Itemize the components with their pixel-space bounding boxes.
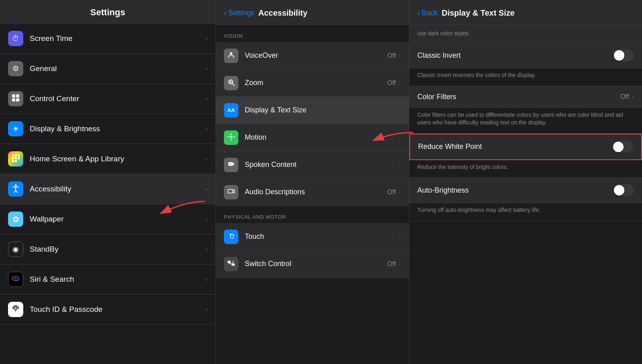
accessibility-icon xyxy=(8,181,23,197)
svg-rect-9 xyxy=(18,157,20,159)
sidebar-item-general[interactable]: ⚙ General › xyxy=(0,54,215,84)
switch-control-chevron: › xyxy=(399,261,401,267)
color-filters-right: Off › xyxy=(620,93,634,100)
svg-point-14 xyxy=(15,278,16,279)
display-text-size-icon: AA xyxy=(224,103,238,118)
sidebar-item-standby[interactable]: ◉ StandBy › xyxy=(0,234,215,264)
accessibility-item-switch-control[interactable]: Switch Control Off › xyxy=(216,250,409,278)
motion-label: Motion xyxy=(245,133,399,142)
sidebar-item-control-center[interactable]: Control Center › xyxy=(0,84,215,114)
zoom-label: Zoom xyxy=(245,79,387,87)
svg-rect-26 xyxy=(228,189,233,193)
spoken-content-chevron: › xyxy=(399,162,401,168)
touch-id-chevron: › xyxy=(205,306,207,313)
svg-rect-8 xyxy=(15,157,17,159)
back-button-label: Back xyxy=(422,9,438,17)
svg-rect-11 xyxy=(15,160,17,162)
zoom-value: Off xyxy=(387,79,396,87)
color-filters-label: Color Filters xyxy=(417,93,456,101)
back-button[interactable]: ‹ Back xyxy=(417,8,438,18)
svg-rect-7 xyxy=(12,157,14,159)
accessibility-item-display-text-size[interactable]: AA Display & Text Size › xyxy=(216,97,409,124)
switch-control-label: Switch Control xyxy=(245,260,387,268)
wallpaper-label: Wallpaper xyxy=(30,215,205,224)
display-text-size-header: ‹ Back Display & Text Size xyxy=(409,0,642,25)
accessibility-item-spoken-content[interactable]: Spoken Content › xyxy=(216,151,409,179)
accessibility-item-voiceover[interactable]: VoiceOver Off › xyxy=(216,42,409,69)
sidebar-item-siri-search[interactable]: Siri & Search › xyxy=(0,264,215,295)
auto-brightness-row: Auto-Brightness xyxy=(417,184,634,196)
sidebar-item-wallpaper[interactable]: ✿ Wallpaper › xyxy=(0,204,215,234)
sidebar-item-accessibility[interactable]: Accessibility › xyxy=(0,174,215,204)
auto-brightness-label: Auto-Brightness xyxy=(417,186,469,195)
auto-brightness-item: Auto-Brightness xyxy=(409,178,642,203)
color-filters-chevron: › xyxy=(632,94,634,100)
classic-invert-desc: Classic Invert reverses the colors of th… xyxy=(417,72,536,78)
back-label: Settings xyxy=(228,9,254,17)
color-filters-desc-item: Color filters can be used to differentia… xyxy=(409,108,642,134)
reduce-white-point-item: Reduce White Point xyxy=(409,134,642,160)
spoken-content-label: Spoken Content xyxy=(245,161,399,169)
accessibility-item-audio-descriptions[interactable]: Audio Descriptions Off › xyxy=(216,179,409,206)
control-center-icon xyxy=(8,91,23,106)
sidebar-item-screen-time[interactable]: ⏱ Screen Time › xyxy=(0,24,215,54)
color-filters-value: Off xyxy=(620,93,629,100)
classic-invert-toggle[interactable] xyxy=(613,49,634,61)
audio-descriptions-chevron: › xyxy=(399,189,401,195)
settings-back-link[interactable]: ‹ Settings xyxy=(224,8,254,18)
svg-line-18 xyxy=(232,83,234,85)
accessibility-item-zoom[interactable]: Zoom Off › xyxy=(216,69,409,97)
color-filters-item[interactable]: Color Filters Off › xyxy=(409,86,642,108)
classic-invert-row: Classic Invert xyxy=(417,49,634,61)
classic-invert-toggle-thumb xyxy=(614,50,624,61)
zoom-chevron: › xyxy=(399,80,401,86)
svg-rect-6 xyxy=(18,155,20,157)
standby-icon: ◉ xyxy=(8,242,23,257)
display-text-size-label: Display & Text Size xyxy=(245,106,399,114)
svg-rect-10 xyxy=(12,160,14,162)
motion-icon xyxy=(224,130,238,145)
accessibility-item-touch[interactable]: Touch › xyxy=(216,223,409,250)
voiceover-chevron: › xyxy=(399,53,401,59)
siri-search-chevron: › xyxy=(205,276,207,283)
classic-invert-desc-item: Classic Invert reverses the colors of th… xyxy=(409,68,642,86)
svg-rect-4 xyxy=(12,155,14,157)
wallpaper-chevron: › xyxy=(205,216,207,223)
control-center-label: Control Center xyxy=(30,94,205,103)
auto-brightness-desc-item: Turning off auto-brightness may affect b… xyxy=(409,203,642,221)
touch-label: Touch xyxy=(245,232,399,241)
dark-color-styles-desc: use dark color styles. xyxy=(417,30,470,37)
accessibility-item-motion[interactable]: Motion › xyxy=(216,124,409,151)
screen-time-label: Screen Time xyxy=(30,34,205,43)
voiceover-label: VoiceOver xyxy=(245,51,387,60)
svg-rect-0 xyxy=(12,94,15,98)
audio-descriptions-label: Audio Descriptions xyxy=(245,188,387,196)
reduce-white-point-toggle[interactable] xyxy=(612,141,633,153)
zoom-icon xyxy=(224,76,238,90)
vision-section-header: VISION xyxy=(216,25,409,42)
svg-point-12 xyxy=(15,184,17,186)
reduce-white-point-desc-item: Reduce the intensity of bright colors. xyxy=(409,160,642,178)
sidebar-item-touch-id[interactable]: Touch ID & Passcode › xyxy=(0,295,215,325)
back-chevron-icon: ‹ xyxy=(224,8,227,18)
svg-point-25 xyxy=(231,163,232,164)
classic-invert-label: Classic Invert xyxy=(417,51,461,60)
color-filters-desc: Color filters can be used to differentia… xyxy=(417,112,623,126)
svg-rect-5 xyxy=(15,155,17,157)
standby-chevron: › xyxy=(205,246,207,253)
auto-brightness-toggle[interactable] xyxy=(613,184,634,196)
display-content: use dark color styles. Classic Invert Cl… xyxy=(409,25,642,364)
sidebar-item-home-screen[interactable]: Home Screen & App Library › xyxy=(0,144,215,174)
voiceover-icon xyxy=(224,49,238,63)
general-icon: ⚙ xyxy=(8,61,23,76)
siri-icon xyxy=(8,272,23,287)
reduce-white-point-toggle-thumb xyxy=(613,142,624,152)
sidebar-item-display-brightness[interactable]: ☀ Display & Brightness › xyxy=(0,114,215,144)
home-screen-chevron: › xyxy=(205,155,207,163)
display-text-size-chevron: › xyxy=(399,107,401,114)
reduce-white-point-label: Reduce White Point xyxy=(418,142,482,151)
settings-list: ⏱ Screen Time › ⚙ General › xyxy=(0,24,215,364)
back-icon: ‹ xyxy=(417,8,420,18)
accessibility-panel-title: Accessibility xyxy=(258,8,307,18)
svg-rect-23 xyxy=(228,162,233,166)
